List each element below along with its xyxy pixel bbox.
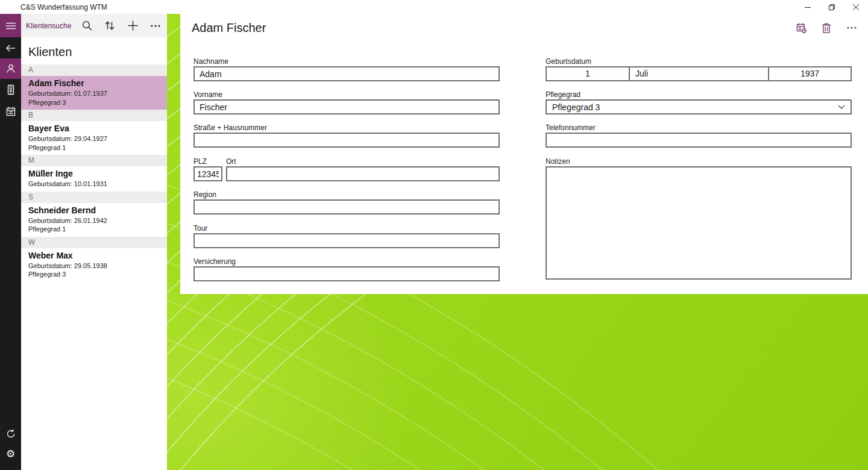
records-icon (5, 84, 16, 95)
client-detail-panel: Adam Fischer Nachname Vorname Straße + H… (180, 14, 868, 294)
client-name: Weber Max (28, 251, 160, 261)
group-header-a: A (21, 64, 167, 76)
settings-button[interactable]: ⚙ (0, 444, 21, 463)
nachname-input[interactable] (193, 66, 500, 81)
search-icon (82, 20, 92, 31)
hamburger-menu-button[interactable] (0, 14, 21, 37)
vorname-label: Vorname (193, 90, 500, 99)
client-care-level: Pflegegrad 3 (28, 99, 160, 107)
client-birthdate: Geburtsdatum: 29.05.1938 (28, 262, 160, 270)
sidebar-item-records[interactable] (0, 79, 21, 101)
window-titlebar: C&S Wunderfassung WTM (0, 0, 868, 14)
client-list-panel: Klientensuche Klienten A Adam Fischer Ge… (21, 14, 167, 470)
more-icon (847, 27, 857, 29)
client-row-mueller-inge[interactable]: Müller Inge Geburtsdatum: 10.01.1931 (21, 166, 167, 192)
birthdate-month[interactable]: Juli (629, 67, 769, 80)
sort-button[interactable] (98, 14, 121, 37)
versicherung-input[interactable] (193, 266, 500, 281)
client-birthdate: Geburtsdatum: 29.04.1927 (28, 135, 160, 143)
list-title: Klienten (28, 45, 167, 59)
geburtsdatum-label: Geburtsdatum (546, 57, 852, 66)
person-icon (5, 63, 16, 74)
strasse-label: Straße + Hausnummer (193, 124, 500, 132)
minimize-button[interactable] (796, 0, 820, 14)
client-birthdate: Geburtsdatum: 10.01.1931 (28, 180, 160, 188)
tour-label: Tour (193, 224, 500, 233)
list-more-button[interactable] (144, 14, 167, 37)
restore-icon (829, 4, 835, 10)
add-client-button[interactable] (121, 14, 144, 37)
plz-input[interactable] (193, 166, 222, 181)
nachname-label: Nachname (193, 57, 500, 66)
client-row-schneider-bernd[interactable]: Schneider Bernd Geburtsdatum: 26.01.1942… (21, 203, 167, 237)
client-care-level: Pflegegrad 1 (28, 144, 160, 152)
tour-input[interactable] (193, 233, 500, 248)
pflegegrad-value: Pflegegrad 3 (547, 102, 838, 112)
client-birthdate: Geburtsdatum: 01.07.1937 (28, 90, 160, 98)
client-name: Schneider Bernd (28, 205, 160, 216)
sidebar-item-calendar[interactable] (0, 101, 21, 122)
search-button[interactable] (75, 14, 98, 37)
nav-rail: ⚙ (0, 14, 21, 470)
region-label: Region (193, 190, 500, 199)
client-birthdate: Geburtsdatum: 26.01.1942 (28, 217, 160, 225)
back-arrow-icon (6, 45, 16, 52)
client-row-adam-fischer[interactable]: Adam Fischer Geburtsdatum: 01.07.1937 Pf… (21, 76, 167, 110)
client-search-label: Klientensuche (26, 22, 75, 30)
add-icon (128, 20, 138, 31)
plz-label: PLZ (193, 157, 222, 166)
client-care-level: Pflegegrad 1 (28, 225, 160, 233)
group-header-w: W (21, 237, 167, 248)
client-name: Müller Inge (28, 169, 160, 179)
sync-button[interactable] (0, 424, 21, 443)
detail-title: Adam Fischer (192, 21, 788, 35)
telefonnummer-input[interactable] (546, 133, 852, 148)
notizen-textarea[interactable] (546, 166, 852, 280)
chevron-down-icon (838, 105, 845, 109)
sidebar-item-clients[interactable] (0, 58, 21, 79)
birthdate-year[interactable]: 1937 (769, 67, 851, 80)
telefonnummer-label: Telefonnummer (546, 124, 852, 132)
birthdate-picker[interactable]: 1 Juli 1937 (546, 66, 852, 81)
trash-icon (821, 22, 832, 34)
appointments-button[interactable] (788, 16, 814, 40)
window-title: C&S Wunderfassung WTM (20, 3, 796, 11)
group-header-m: M (21, 155, 167, 166)
strasse-input[interactable] (193, 133, 500, 148)
hamburger-icon (6, 22, 16, 30)
pflegegrad-dropdown[interactable]: Pflegegrad 3 (546, 99, 852, 114)
close-button[interactable] (844, 0, 868, 14)
detail-header: Adam Fischer (180, 14, 868, 42)
calendar-appointments-icon (796, 22, 807, 34)
more-icon (151, 25, 160, 27)
birthdate-day[interactable]: 1 (547, 67, 629, 80)
pflegegrad-label: Pflegegrad (546, 90, 852, 99)
client-name: Adam Fischer (28, 78, 160, 89)
client-name: Bayer Eva (28, 124, 160, 134)
region-input[interactable] (193, 199, 500, 215)
ort-label: Ort (226, 157, 500, 166)
group-header-s: S (21, 192, 167, 203)
group-header-b: B (21, 110, 167, 121)
detail-more-button[interactable] (839, 16, 864, 40)
ort-input[interactable] (226, 166, 500, 181)
sync-icon (5, 428, 16, 439)
back-button[interactable] (0, 37, 21, 58)
list-command-bar: Klientensuche (21, 14, 167, 37)
restore-button[interactable] (820, 0, 844, 14)
sort-icon (105, 20, 115, 31)
vorname-input[interactable] (193, 99, 500, 114)
notizen-label: Notizen (546, 157, 852, 166)
delete-client-button[interactable] (814, 16, 839, 40)
client-row-bayer-eva[interactable]: Bayer Eva Geburtsdatum: 29.04.1927 Pfleg… (21, 121, 167, 155)
client-row-weber-max[interactable]: Weber Max Geburtsdatum: 29.05.1938 Pfleg… (21, 248, 167, 282)
minimize-icon (805, 4, 811, 10)
close-icon (853, 4, 859, 10)
client-list: A Adam Fischer Geburtsdatum: 01.07.1937 … (21, 64, 167, 282)
calendar-icon (5, 106, 16, 117)
client-care-level: Pflegegrad 3 (28, 271, 160, 278)
versicherung-label: Versicherung (193, 257, 500, 266)
gear-icon: ⚙ (6, 449, 15, 459)
